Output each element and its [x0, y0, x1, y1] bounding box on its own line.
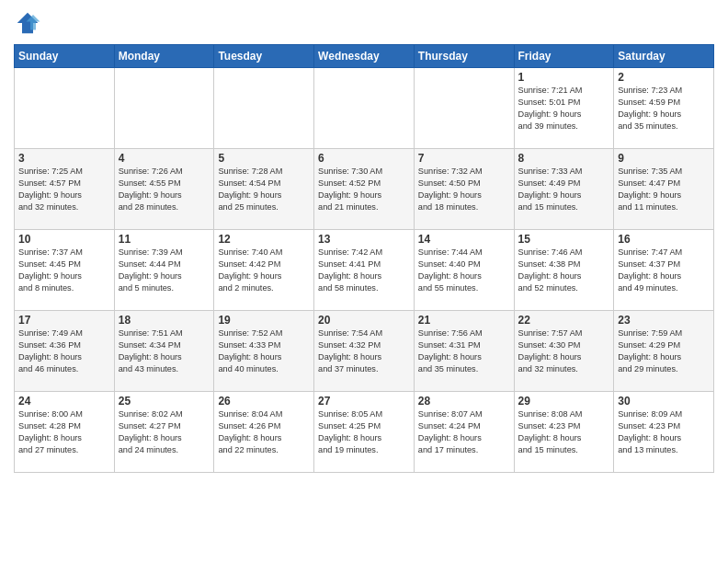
- day-number: 23: [618, 314, 710, 327]
- calendar-day-cell: 26Sunrise: 8:04 AM Sunset: 4:26 PM Dayli…: [214, 392, 314, 473]
- day-number: 13: [318, 233, 410, 246]
- day-number: 8: [518, 152, 610, 165]
- calendar-day-cell: 3Sunrise: 7:25 AM Sunset: 4:57 PM Daylig…: [15, 149, 115, 230]
- day-info: Sunrise: 7:51 AM Sunset: 4:34 PM Dayligh…: [119, 327, 210, 375]
- day-info: Sunrise: 7:54 AM Sunset: 4:32 PM Dayligh…: [318, 327, 410, 375]
- day-info: Sunrise: 7:47 AM Sunset: 4:37 PM Dayligh…: [618, 247, 710, 294]
- calendar-day-cell: 21Sunrise: 7:56 AM Sunset: 4:31 PM Dayli…: [414, 311, 514, 392]
- calendar-day-cell: 17Sunrise: 7:49 AM Sunset: 4:36 PM Dayli…: [15, 311, 115, 392]
- day-number: 9: [618, 152, 710, 165]
- calendar-day-cell: 20Sunrise: 7:54 AM Sunset: 4:32 PM Dayli…: [314, 311, 415, 392]
- calendar-week-row: 17Sunrise: 7:49 AM Sunset: 4:36 PM Dayli…: [15, 311, 714, 392]
- calendar-day-cell: 10Sunrise: 7:37 AM Sunset: 4:45 PM Dayli…: [15, 230, 115, 311]
- weekday-row: SundayMondayTuesdayWednesdayThursdayFrid…: [15, 45, 714, 68]
- calendar-day-cell: [214, 68, 314, 149]
- day-info: Sunrise: 7:26 AM Sunset: 4:55 PM Dayligh…: [119, 166, 210, 213]
- calendar-day-cell: [414, 68, 514, 149]
- calendar-header: SundayMondayTuesdayWednesdayThursdayFrid…: [15, 45, 714, 68]
- calendar-day-cell: 14Sunrise: 7:44 AM Sunset: 4:40 PM Dayli…: [414, 230, 514, 311]
- day-number: 14: [418, 233, 510, 246]
- day-info: Sunrise: 7:42 AM Sunset: 4:41 PM Dayligh…: [318, 247, 410, 294]
- day-number: 27: [318, 395, 410, 408]
- day-info: Sunrise: 7:40 AM Sunset: 4:42 PM Dayligh…: [218, 247, 310, 294]
- weekday-header: Wednesday: [314, 45, 415, 68]
- calendar-body: 1Sunrise: 7:21 AM Sunset: 5:01 PM Daylig…: [15, 68, 714, 473]
- weekday-header: Thursday: [414, 45, 514, 68]
- day-number: 29: [518, 395, 610, 408]
- calendar-day-cell: 13Sunrise: 7:42 AM Sunset: 4:41 PM Dayli…: [314, 230, 415, 311]
- calendar-week-row: 10Sunrise: 7:37 AM Sunset: 4:45 PM Dayli…: [15, 230, 714, 311]
- day-number: 28: [418, 395, 510, 408]
- day-info: Sunrise: 8:09 AM Sunset: 4:23 PM Dayligh…: [618, 408, 710, 456]
- weekday-header: Tuesday: [214, 45, 314, 68]
- day-number: 7: [418, 152, 510, 165]
- header: [14, 9, 714, 37]
- calendar-week-row: 3Sunrise: 7:25 AM Sunset: 4:57 PM Daylig…: [15, 149, 714, 230]
- weekday-header: Sunday: [15, 45, 115, 68]
- day-info: Sunrise: 8:07 AM Sunset: 4:24 PM Dayligh…: [418, 408, 510, 456]
- day-number: 30: [618, 395, 710, 408]
- day-info: Sunrise: 7:59 AM Sunset: 4:29 PM Dayligh…: [618, 327, 710, 375]
- day-info: Sunrise: 7:28 AM Sunset: 4:54 PM Dayligh…: [218, 166, 310, 213]
- day-info: Sunrise: 8:00 AM Sunset: 4:28 PM Dayligh…: [18, 408, 110, 456]
- day-number: 26: [218, 395, 310, 408]
- day-info: Sunrise: 7:44 AM Sunset: 4:40 PM Dayligh…: [418, 247, 510, 294]
- day-info: Sunrise: 7:52 AM Sunset: 4:33 PM Dayligh…: [218, 327, 310, 375]
- calendar-day-cell: 30Sunrise: 8:09 AM Sunset: 4:23 PM Dayli…: [614, 392, 714, 473]
- calendar-day-cell: 1Sunrise: 7:21 AM Sunset: 5:01 PM Daylig…: [514, 68, 614, 149]
- day-info: Sunrise: 7:21 AM Sunset: 5:01 PM Dayligh…: [518, 85, 610, 132]
- calendar-week-row: 24Sunrise: 8:00 AM Sunset: 4:28 PM Dayli…: [15, 392, 714, 473]
- calendar-day-cell: 8Sunrise: 7:33 AM Sunset: 4:49 PM Daylig…: [514, 149, 614, 230]
- day-info: Sunrise: 8:05 AM Sunset: 4:25 PM Dayligh…: [318, 408, 410, 456]
- day-number: 1: [518, 71, 610, 84]
- calendar-day-cell: 28Sunrise: 8:07 AM Sunset: 4:24 PM Dayli…: [414, 392, 514, 473]
- weekday-header: Monday: [114, 45, 214, 68]
- day-number: 6: [318, 152, 410, 165]
- day-number: 10: [18, 233, 110, 246]
- day-number: 20: [318, 314, 410, 327]
- day-number: 11: [119, 233, 210, 246]
- day-number: 2: [618, 71, 710, 84]
- day-number: 19: [218, 314, 310, 327]
- calendar-day-cell: 19Sunrise: 7:52 AM Sunset: 4:33 PM Dayli…: [214, 311, 314, 392]
- calendar-day-cell: 23Sunrise: 7:59 AM Sunset: 4:29 PM Dayli…: [614, 311, 714, 392]
- day-number: 12: [218, 233, 310, 246]
- day-number: 15: [518, 233, 610, 246]
- day-info: Sunrise: 7:56 AM Sunset: 4:31 PM Dayligh…: [418, 327, 510, 375]
- calendar-day-cell: [15, 68, 115, 149]
- logo-icon: [14, 9, 41, 37]
- calendar-day-cell: 24Sunrise: 8:00 AM Sunset: 4:28 PM Dayli…: [15, 392, 115, 473]
- calendar-day-cell: 9Sunrise: 7:35 AM Sunset: 4:47 PM Daylig…: [614, 149, 714, 230]
- calendar-day-cell: 5Sunrise: 7:28 AM Sunset: 4:54 PM Daylig…: [214, 149, 314, 230]
- day-info: Sunrise: 7:25 AM Sunset: 4:57 PM Dayligh…: [18, 166, 110, 213]
- day-info: Sunrise: 7:49 AM Sunset: 4:36 PM Dayligh…: [18, 327, 110, 375]
- calendar-day-cell: 4Sunrise: 7:26 AM Sunset: 4:55 PM Daylig…: [114, 149, 214, 230]
- calendar-day-cell: 7Sunrise: 7:32 AM Sunset: 4:50 PM Daylig…: [414, 149, 514, 230]
- calendar-day-cell: [114, 68, 214, 149]
- calendar-day-cell: 18Sunrise: 7:51 AM Sunset: 4:34 PM Dayli…: [114, 311, 214, 392]
- day-info: Sunrise: 7:23 AM Sunset: 4:59 PM Dayligh…: [618, 85, 710, 132]
- calendar-day-cell: 2Sunrise: 7:23 AM Sunset: 4:59 PM Daylig…: [614, 68, 714, 149]
- calendar-day-cell: 11Sunrise: 7:39 AM Sunset: 4:44 PM Dayli…: [114, 230, 214, 311]
- day-info: Sunrise: 8:02 AM Sunset: 4:27 PM Dayligh…: [119, 408, 210, 456]
- weekday-header: Saturday: [614, 45, 714, 68]
- day-number: 25: [119, 395, 210, 408]
- calendar-day-cell: 29Sunrise: 8:08 AM Sunset: 4:23 PM Dayli…: [514, 392, 614, 473]
- calendar-week-row: 1Sunrise: 7:21 AM Sunset: 5:01 PM Daylig…: [15, 68, 714, 149]
- calendar-day-cell: 12Sunrise: 7:40 AM Sunset: 4:42 PM Dayli…: [214, 230, 314, 311]
- day-info: Sunrise: 7:37 AM Sunset: 4:45 PM Dayligh…: [18, 247, 110, 294]
- day-number: 5: [218, 152, 310, 165]
- day-number: 18: [119, 314, 210, 327]
- calendar-day-cell: 15Sunrise: 7:46 AM Sunset: 4:38 PM Dayli…: [514, 230, 614, 311]
- day-info: Sunrise: 7:46 AM Sunset: 4:38 PM Dayligh…: [518, 247, 610, 294]
- calendar-day-cell: 16Sunrise: 7:47 AM Sunset: 4:37 PM Dayli…: [614, 230, 714, 311]
- day-info: Sunrise: 7:33 AM Sunset: 4:49 PM Dayligh…: [518, 166, 610, 213]
- day-number: 17: [18, 314, 110, 327]
- day-number: 21: [418, 314, 510, 327]
- logo: [14, 9, 45, 37]
- calendar-day-cell: 27Sunrise: 8:05 AM Sunset: 4:25 PM Dayli…: [314, 392, 415, 473]
- day-number: 16: [618, 233, 710, 246]
- day-number: 4: [119, 152, 210, 165]
- calendar-day-cell: [314, 68, 415, 149]
- weekday-header: Friday: [514, 45, 614, 68]
